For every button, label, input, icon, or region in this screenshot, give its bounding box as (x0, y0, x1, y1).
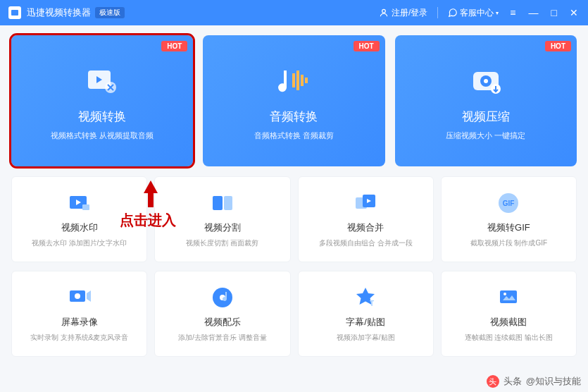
card-music[interactable]: 视频配乐 添加/去除背景音乐 调整音量 (154, 271, 290, 357)
card-desc: 实时录制 支持系统&麦克风录音 (30, 333, 128, 343)
card-desc: 视频长度切割 画面裁剪 (186, 238, 258, 248)
svg-rect-6 (305, 78, 308, 83)
card-title: 视频合并 (347, 221, 384, 234)
close-button[interactable]: ✕ (568, 7, 580, 18)
card-title: 视频截图 (490, 316, 527, 329)
card-screen-record[interactable]: 屏幕录像 实时录制 支持系统&麦克风录音 (11, 271, 147, 357)
card-desc: 视频添加字幕/贴图 (337, 333, 395, 343)
main-content: HOT 视频转换 视频格式转换 从视频提取音频 HOT 音频转换 音频格式转换 … (0, 25, 588, 375)
card-audio-convert[interactable]: HOT 音频转换 音频格式转换 音频裁剪 (203, 35, 384, 166)
menu-button[interactable]: ≡ (508, 7, 517, 18)
svg-rect-15 (224, 196, 232, 210)
minimize-button[interactable]: — (527, 7, 540, 18)
svg-rect-5 (301, 75, 304, 86)
hot-badge: HOT (161, 41, 187, 51)
card-video-compress[interactable]: HOT 视频压缩 压缩视频大小 一键搞定 (395, 35, 577, 166)
chat-icon (448, 8, 458, 18)
video-compress-icon (466, 61, 506, 100)
card-desc: 视频去水印 添加图片/文字水印 (32, 238, 127, 248)
service-label: 客服中心 (460, 7, 494, 19)
music-icon (210, 285, 235, 310)
svg-marker-22 (87, 290, 91, 302)
svg-text:GIF: GIF (503, 200, 515, 207)
split-icon (210, 190, 235, 216)
gif-icon: GIF (496, 190, 521, 216)
card-title: 音频转换 (270, 109, 318, 125)
card-title: 视频水印 (61, 221, 98, 234)
hot-badge: HOT (545, 41, 571, 51)
dropdown-icon: ▾ (496, 10, 499, 16)
svg-rect-13 (82, 204, 89, 210)
card-desc: 逐帧截图 连续截图 输出长图 (465, 333, 553, 343)
watermark-icon: 头 (487, 375, 499, 388)
svg-point-28 (503, 293, 506, 295)
login-button[interactable]: 注册/登录 (379, 7, 427, 19)
card-desc: 添加/去除背景音乐 调整音量 (178, 333, 267, 343)
card-title: 视频配乐 (204, 316, 241, 329)
card-title: 字幕/贴图 (346, 316, 385, 329)
maximize-button[interactable]: □ (550, 7, 558, 18)
card-title: 视频分割 (204, 221, 241, 234)
service-button[interactable]: 客服中心 ▾ (448, 7, 499, 19)
card-title: 视频压缩 (462, 109, 510, 125)
title-bar: 迅捷视频转换器 极速版 注册/登录 客服中心 ▾ ≡ — □ ✕ (0, 0, 588, 25)
header-divider (437, 7, 438, 18)
svg-rect-3 (292, 73, 295, 87)
card-desc: 视频格式转换 从视频提取音频 (51, 130, 154, 141)
svg-point-9 (484, 79, 488, 83)
audio-convert-icon (274, 61, 313, 100)
user-icon (379, 8, 389, 18)
subtitle-icon: T (353, 285, 378, 310)
card-screenshot[interactable]: 视频截图 逐帧截图 连续截图 输出长图 (441, 271, 577, 357)
card-gif[interactable]: GIF 视频转GIF 截取视频片段 制作成GIF (441, 176, 577, 262)
card-title: 视频转GIF (487, 221, 530, 234)
app-logo-icon (8, 6, 21, 19)
watermark: 头 头条 @知识与技能 (487, 375, 581, 388)
edition-badge: 极速版 (95, 7, 125, 18)
svg-point-23 (75, 293, 80, 299)
card-desc: 音频格式转换 音频裁剪 (254, 130, 334, 141)
card-video-convert[interactable]: HOT 视频转换 视频格式转换 从视频提取音频 (11, 35, 193, 166)
tools-row-1: 视频水印 视频去水印 添加图片/文字水印 视频分割 视频长度切割 画面裁剪 视频… (11, 176, 577, 262)
card-desc: 截取视频片段 制作成GIF (470, 238, 547, 248)
card-subtitle[interactable]: T 字幕/贴图 视频添加字幕/贴图 (298, 271, 434, 357)
card-watermark[interactable]: 视频水印 视频去水印 添加图片/文字水印 (11, 176, 147, 262)
watermark-prefix: 头条 (503, 375, 522, 388)
hot-badge: HOT (354, 41, 380, 51)
featured-row: HOT 视频转换 视频格式转换 从视频提取音频 HOT 音频转换 音频格式转换 … (11, 35, 577, 166)
card-desc: 多段视频自由组合 合并成一段 (319, 238, 413, 248)
svg-rect-27 (500, 290, 517, 303)
merge-icon (353, 190, 378, 216)
screenshot-icon (496, 285, 521, 310)
tools-row-2: 屏幕录像 实时录制 支持系统&麦克风录音 视频配乐 添加/去除背景音乐 调整音量… (11, 271, 577, 357)
login-label: 注册/登录 (392, 7, 427, 19)
card-merge[interactable]: 视频合并 多段视频自由组合 合并成一段 (298, 176, 434, 262)
record-icon (67, 285, 92, 310)
watermark-author: @知识与技能 (526, 375, 581, 388)
watermark-icon (67, 190, 92, 216)
card-title: 视频转换 (78, 109, 126, 125)
card-title: 屏幕录像 (61, 316, 98, 329)
svg-rect-4 (296, 71, 299, 90)
video-convert-icon (82, 61, 122, 100)
card-split[interactable]: 视频分割 视频长度切割 画面裁剪 (154, 176, 290, 262)
svg-rect-14 (213, 196, 223, 210)
app-title: 迅捷视频转换器 (27, 6, 91, 19)
svg-text:T: T (370, 300, 374, 307)
svg-point-0 (382, 9, 386, 13)
card-desc: 压缩视频大小 一键搞定 (446, 130, 525, 141)
